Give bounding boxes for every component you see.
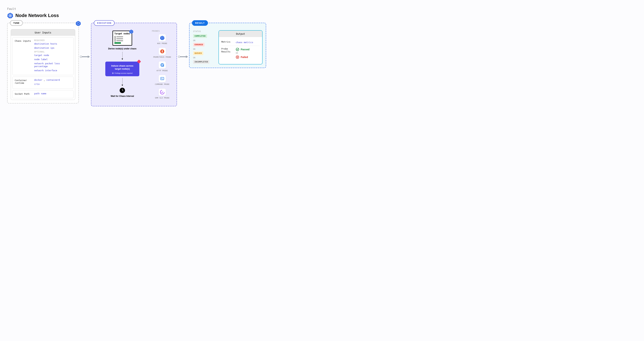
output-card: Output Metrics chaos metrics Probe Resul…	[218, 30, 262, 64]
arrow-down-icon	[122, 52, 122, 60]
metrics-value: chaos metrics	[236, 41, 253, 44]
header: Fault Node Network Loss	[7, 7, 637, 18]
kubernetes-icon	[129, 29, 134, 34]
svg-marker-9	[76, 21, 81, 26]
socket-path-section: Socket Path path name	[12, 90, 74, 98]
chaos-inputs-section: Chaos inputs REQUIRED destination hosts …	[12, 37, 74, 75]
probes-column: PROBES K8S PROBE PROMETHEUS PROBE HTTP P…	[150, 29, 173, 103]
arrow-right-icon	[177, 55, 189, 58]
probe-command: COMMAND PROBE	[152, 75, 173, 85]
svg-marker-13	[88, 55, 90, 58]
diagram: TUNE User Inputs Chaos inputs REQUIRED d…	[7, 23, 637, 106]
probe-result-failed: Failed	[236, 55, 260, 59]
svg-point-11	[80, 56, 82, 58]
arrow-down-icon	[122, 78, 122, 86]
status-errored-badge: ERRORED	[193, 43, 204, 46]
terminal-icon	[159, 75, 166, 82]
induce-chaos-card: Induce chaos across target node(s) ✱Priv…	[105, 61, 139, 76]
tune-panel: TUNE User Inputs Chaos inputs REQUIRED d…	[7, 23, 79, 103]
status-queued-badge: QUEUED	[193, 51, 203, 55]
x-circle-icon	[236, 55, 239, 59]
tune-pill: TUNE	[10, 20, 23, 26]
svg-point-28	[236, 48, 239, 51]
check-circle-icon	[236, 48, 239, 51]
execution-pill: EXECUTION	[94, 20, 114, 26]
probe-srm: SRM SLO PROBE	[152, 89, 173, 99]
result-panel: RESULT STATUS COMPLETED OR ERRORED OR QU…	[189, 23, 266, 68]
arrow-right-icon	[79, 55, 91, 58]
info-icon: ✱	[112, 72, 114, 74]
globe-icon	[159, 61, 166, 68]
probe-k8s: K8S PROBE	[152, 34, 173, 44]
svg-rect-23	[161, 77, 164, 80]
user-inputs-card: User Inputs Chaos inputs REQUIRED destin…	[11, 29, 75, 100]
kubernetes-icon	[76, 20, 81, 26]
result-pill: RESULT	[192, 20, 208, 26]
svg-marker-16	[160, 36, 164, 40]
tag-icon	[137, 59, 141, 63]
target-nodes-card: Target nodes	[112, 31, 132, 46]
srm-icon	[159, 89, 166, 96]
card-title: User Inputs	[11, 29, 75, 36]
probe-prometheus: PROMETHEUS PROBE	[152, 48, 173, 58]
svg-marker-14	[129, 30, 134, 34]
status-incompleted-badge: INCOMPLETED	[193, 60, 209, 64]
page-title: Node Network Loss	[16, 13, 59, 18]
kubernetes-icon	[159, 34, 166, 41]
step-derive-label: Derive node(s) under chaos	[108, 47, 136, 50]
status-column: STATUS COMPLETED OR ERRORED OR QUEUED OR…	[193, 30, 214, 64]
container-runtime-section: Container runtime docker , containerd cr…	[12, 77, 74, 89]
prometheus-icon	[159, 48, 166, 55]
status-completed-badge: COMPLETED	[193, 34, 207, 38]
execution-panel: EXECUTION Target nodes Derive node(s)	[91, 23, 177, 106]
probe-result-passed: Passed	[236, 48, 260, 51]
probe-http: HTTP PROBE	[152, 61, 173, 72]
svg-marker-27	[186, 55, 188, 58]
step-wait-label: Wait for Chaos Interval	[111, 95, 134, 98]
svg-point-25	[178, 56, 180, 58]
clock-icon	[120, 88, 125, 93]
kubernetes-icon	[7, 12, 13, 18]
category-label: Fault	[7, 7, 637, 10]
